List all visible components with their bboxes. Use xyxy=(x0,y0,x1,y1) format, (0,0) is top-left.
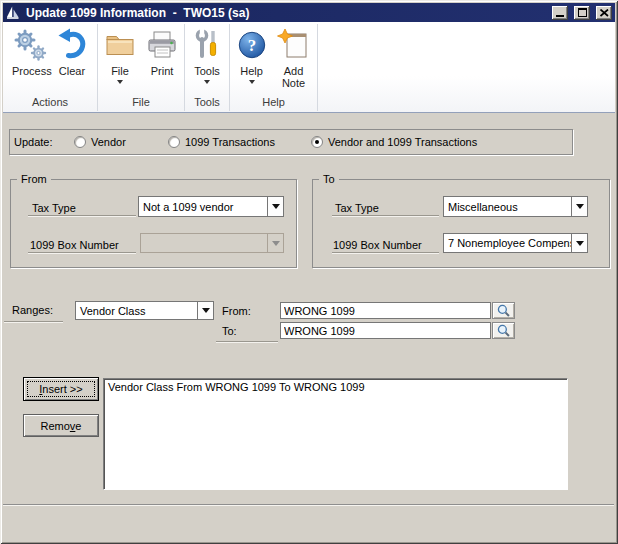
add-note-label: Add Note xyxy=(276,63,312,89)
print-button-label: Print xyxy=(151,63,174,77)
from-tax-type-value: Not a 1099 vendor xyxy=(139,197,267,216)
ribbon-group-label-actions: Actions xyxy=(3,96,97,111)
update-label: Update: xyxy=(14,136,53,148)
radio-option-vendor-and-1099-transactions[interactable]: Vendor and 1099 Transactions xyxy=(311,136,477,148)
range-from-label: From: xyxy=(222,305,251,317)
ribbon-group-actions: Process Clear Actions xyxy=(3,24,98,111)
dropdown-arrow-button[interactable] xyxy=(571,197,587,216)
radio-option-vendor[interactable]: Vendor xyxy=(74,136,126,148)
chevron-down-icon xyxy=(249,80,255,84)
title-bar: Update 1099 Information - TWO15 (sa) xyxy=(3,3,615,22)
printer-icon xyxy=(145,27,179,63)
ranges-type-dropdown[interactable]: Vendor Class xyxy=(75,301,214,320)
prompt-underline xyxy=(216,341,278,343)
chevron-down-icon xyxy=(576,241,584,246)
ribbon-group-label-help: Help xyxy=(230,96,317,111)
ribbon-toolbar: Process Clear Actions xyxy=(3,22,615,113)
update-options-box: Update: Vendor 1099 Transactions Vendor … xyxy=(9,129,573,155)
process-gears-icon xyxy=(13,27,47,63)
radio-label: Vendor xyxy=(91,136,126,148)
dropdown-arrow-button[interactable] xyxy=(571,234,587,252)
radio-icon xyxy=(168,136,180,148)
to-box-number-dropdown[interactable]: 7 Nonemployee Compens xyxy=(443,233,588,253)
chevron-down-icon xyxy=(202,308,210,313)
prompt-underline xyxy=(332,252,439,254)
chevron-down-icon xyxy=(576,204,584,209)
maximize-icon xyxy=(578,8,587,17)
chevron-down-icon xyxy=(272,204,280,209)
close-icon xyxy=(600,9,609,17)
radio-label: 1099 Transactions xyxy=(185,136,275,148)
radio-icon-selected xyxy=(311,136,323,148)
maximize-button[interactable] xyxy=(574,6,590,20)
from-box-number-value xyxy=(141,234,267,252)
clear-button-label: Clear xyxy=(59,63,85,77)
prompt-underline xyxy=(28,252,136,254)
range-from-input[interactable] xyxy=(280,302,491,319)
ribbon-group-tools: Tools Tools xyxy=(185,24,230,111)
remove-button-label: Remove xyxy=(41,420,82,432)
insert-button-label: Insert >> xyxy=(39,383,82,395)
prompt-underline xyxy=(4,321,63,323)
list-item[interactable]: Vendor Class From WRONG 1099 To WRONG 10… xyxy=(104,379,567,395)
ribbon-group-label-file: File xyxy=(98,96,184,111)
insert-button[interactable]: Insert >> xyxy=(23,377,99,401)
from-tax-type-label: Tax Type xyxy=(32,202,76,214)
to-tax-type-label: Tax Type xyxy=(335,202,379,214)
restrictions-list[interactable]: Vendor Class From WRONG 1099 To WRONG 10… xyxy=(103,378,568,490)
minimize-button[interactable] xyxy=(552,6,568,20)
update-1099-information-window: Update 1099 Information - TWO15 (sa) xyxy=(0,0,618,544)
ribbon-group-file: File Pri xyxy=(98,24,185,111)
tools-menu-button[interactable]: Tools xyxy=(190,27,224,84)
help-menu-label: Help xyxy=(240,63,263,77)
from-tax-type-dropdown[interactable]: Not a 1099 vendor xyxy=(138,196,284,217)
prompt-underline xyxy=(332,215,439,217)
bottom-divider xyxy=(3,504,614,506)
radio-option-1099-transactions[interactable]: 1099 Transactions xyxy=(168,136,275,148)
process-button-label: Process xyxy=(12,63,48,77)
ranges-label: Ranges: xyxy=(12,304,53,316)
prompt-underline xyxy=(28,215,136,217)
range-to-lookup-button[interactable] xyxy=(492,322,515,339)
to-tax-type-value: Miscellaneous xyxy=(444,197,571,216)
dropdown-arrow-button[interactable] xyxy=(197,302,213,319)
help-icon: ? xyxy=(236,27,268,63)
tools-icon xyxy=(190,27,224,63)
dropdown-arrow-button[interactable] xyxy=(267,197,283,216)
remove-button[interactable]: Remove xyxy=(23,414,99,437)
clear-undo-icon xyxy=(56,27,88,63)
radio-icon xyxy=(74,136,86,148)
to-group-legend: To xyxy=(319,173,339,185)
ribbon-group-help: ? Help Add Note xyxy=(230,24,318,111)
chevron-down-icon xyxy=(204,80,210,84)
add-note-button[interactable]: Add Note xyxy=(276,27,312,89)
ribbon-group-label-tools: Tools xyxy=(185,96,229,111)
help-menu-button[interactable]: ? Help xyxy=(236,27,268,84)
dropdown-arrow-button xyxy=(267,234,283,252)
minimize-icon xyxy=(556,15,564,17)
to-box-number-value: 7 Nonemployee Compens xyxy=(444,234,571,252)
file-menu-label: File xyxy=(111,63,129,77)
range-to-input[interactable] xyxy=(280,322,491,339)
tools-menu-label: Tools xyxy=(194,63,220,77)
magnifier-icon xyxy=(496,303,511,318)
magnifier-icon xyxy=(496,323,511,338)
range-from-lookup-button[interactable] xyxy=(492,302,515,319)
add-note-icon xyxy=(277,27,311,63)
radio-label: Vendor and 1099 Transactions xyxy=(328,136,477,148)
chevron-down-icon xyxy=(117,80,123,84)
close-button[interactable] xyxy=(596,6,612,20)
dynamics-gp-logo-icon xyxy=(6,5,22,20)
from-group-legend: From xyxy=(17,173,51,185)
from-box-number-dropdown-disabled xyxy=(140,233,284,253)
window-title: Update 1099 Information - TWO15 (sa) xyxy=(26,6,546,20)
to-tax-type-dropdown[interactable]: Miscellaneous xyxy=(443,196,588,217)
process-button[interactable]: Process xyxy=(12,27,48,77)
clear-button[interactable]: Clear xyxy=(56,27,88,77)
ranges-type-value: Vendor Class xyxy=(76,302,197,319)
chevron-down-icon xyxy=(272,241,280,246)
file-menu-button[interactable]: File xyxy=(103,27,137,84)
print-button[interactable]: Print xyxy=(145,27,179,77)
to-box-number-label: 1099 Box Number xyxy=(333,239,422,251)
range-to-label: To: xyxy=(222,325,237,337)
